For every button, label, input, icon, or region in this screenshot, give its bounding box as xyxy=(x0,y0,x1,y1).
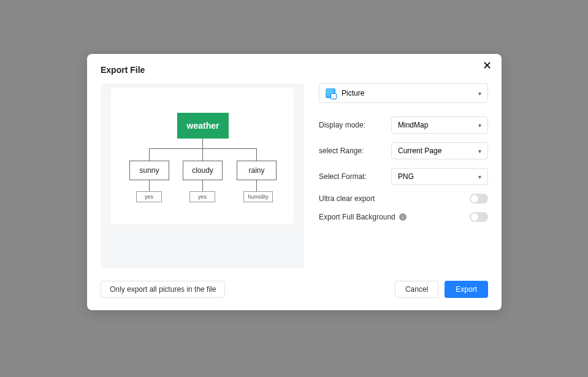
preview-panel: weather sunny cloudy rainy yes yes humid… xyxy=(101,83,304,268)
full-background-row: Export Full Background i xyxy=(319,212,488,222)
modal-footer: Only export all pictures in the file Can… xyxy=(101,281,488,298)
modal-title: Export File xyxy=(101,65,488,75)
connector-line xyxy=(256,148,257,161)
connector-line xyxy=(202,180,203,191)
select-range-value: Current Page xyxy=(398,147,441,155)
cancel-button[interactable]: Cancel xyxy=(395,281,438,298)
connector-line xyxy=(149,148,150,161)
ultra-clear-label: Ultra clear export xyxy=(319,194,375,203)
select-range-label: select Range: xyxy=(319,147,391,155)
display-mode-value: MindMap xyxy=(398,121,428,129)
select-format-row: Select Format: PNG ▾ xyxy=(319,168,488,185)
file-type-label: Picture xyxy=(342,89,364,97)
ultra-clear-toggle[interactable] xyxy=(470,194,488,204)
modal-content: weather sunny cloudy rainy yes yes humid… xyxy=(101,83,488,268)
connector-line xyxy=(202,139,203,148)
mindmap-preview: weather sunny cloudy rainy yes yes humid… xyxy=(111,88,294,224)
mindmap-child: rainy xyxy=(237,161,277,180)
select-format-label: Select Format: xyxy=(319,172,391,181)
select-format-select[interactable]: PNG ▾ xyxy=(391,168,488,185)
connector-line xyxy=(149,148,257,149)
display-mode-label: Display mode: xyxy=(319,121,391,129)
mindmap-child: cloudy xyxy=(183,161,223,180)
export-file-modal: ✕ Export File weather sunny cloudy rainy… xyxy=(87,54,502,310)
select-range-row: select Range: Current Page ▾ xyxy=(319,142,488,159)
export-button[interactable]: Export xyxy=(445,281,488,298)
mindmap-child: sunny xyxy=(129,161,169,180)
chevron-down-icon: ▾ xyxy=(478,148,481,154)
mindmap-leaf: humidity xyxy=(243,191,273,202)
full-background-toggle[interactable] xyxy=(470,212,488,222)
chevron-down-icon: ▾ xyxy=(478,90,481,97)
full-background-label: Export Full Background i xyxy=(319,213,407,221)
ultra-clear-row: Ultra clear export xyxy=(319,194,488,204)
mindmap-root: weather xyxy=(177,113,229,139)
file-type-select[interactable]: Picture ▾ xyxy=(319,83,488,103)
display-mode-row: Display mode: MindMap ▾ xyxy=(319,116,488,134)
mindmap-leaf: yes xyxy=(136,191,162,202)
display-mode-select[interactable]: MindMap ▾ xyxy=(391,116,488,134)
connector-line xyxy=(202,148,203,161)
connector-line xyxy=(149,180,150,191)
footer-actions: Cancel Export xyxy=(395,281,488,298)
select-format-value: PNG xyxy=(398,172,414,181)
select-range-select[interactable]: Current Page ▾ xyxy=(391,142,488,159)
close-icon[interactable]: ✕ xyxy=(483,60,492,71)
settings-panel: Picture ▾ Display mode: MindMap ▾ select… xyxy=(319,83,488,268)
chevron-down-icon: ▾ xyxy=(478,122,481,129)
chevron-down-icon: ▾ xyxy=(478,173,481,180)
only-export-pictures-button[interactable]: Only export all pictures in the file xyxy=(101,281,225,298)
mindmap-leaf: yes xyxy=(189,191,215,202)
connector-line xyxy=(256,180,257,191)
picture-icon xyxy=(326,88,335,98)
info-icon[interactable]: i xyxy=(399,213,407,221)
